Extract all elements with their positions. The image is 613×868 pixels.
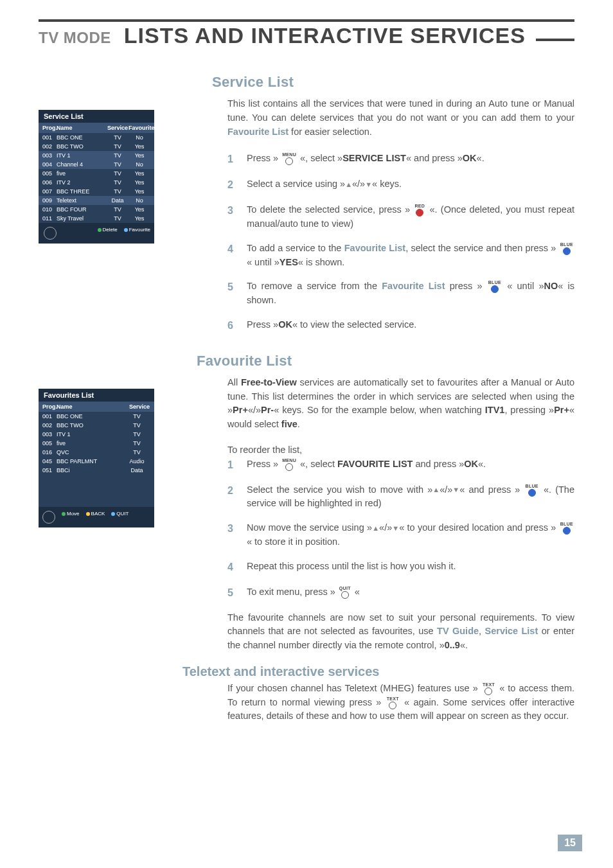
step-number: 2 bbox=[227, 483, 236, 511]
step-text: Now move the service using »▲«/»▼« to yo… bbox=[247, 521, 574, 549]
osd-favourites-figure: Favourites List Prog. Name Service 001BB… bbox=[39, 389, 154, 527]
step-number: 6 bbox=[227, 318, 236, 333]
osd-row: 003ITV 1TV bbox=[39, 430, 154, 439]
service-list-steps: 1Press » MENU «, select »SERVICE LIST« a… bbox=[182, 152, 574, 333]
down-arrow-icon: ▼ bbox=[392, 523, 399, 534]
step-number: 4 bbox=[227, 242, 236, 270]
remote-quit-button-icon: QUIT bbox=[339, 586, 351, 599]
step-item: 2Select a service using »▲«/»▼« keys. bbox=[227, 177, 574, 193]
step-number: 1 bbox=[227, 457, 236, 473]
favourite-list-intro: All Free-to-View services are automatica… bbox=[182, 376, 574, 432]
step-item: 3To delete the selected service, press »… bbox=[227, 203, 574, 231]
service-list-intro: This list contains all the services that… bbox=[182, 97, 574, 139]
page-title: LISTS AND INTERACTIVE SERVICES bbox=[124, 23, 574, 48]
favourite-list-steps: 1Press » MENU «, select FAVOURITE LIST a… bbox=[182, 457, 574, 601]
step-item: 5To remove a service from the Favourite … bbox=[227, 279, 574, 308]
page-number: 15 bbox=[558, 835, 582, 851]
nav-icon bbox=[44, 227, 57, 240]
step-number: 5 bbox=[227, 585, 236, 601]
step-text: To remove a service from the Favourite L… bbox=[247, 279, 574, 308]
step-item: 6Press »OK« to view the selected service… bbox=[227, 318, 574, 333]
step-item: 4Repeat this process until the list is h… bbox=[227, 560, 574, 575]
remote-blue-button-icon: BLUE bbox=[488, 280, 501, 293]
osd-row: 011Sky TravelTVYes bbox=[39, 214, 154, 223]
step-text: Press » MENU «, select »SERVICE LIST« an… bbox=[247, 152, 574, 167]
nav-icon bbox=[42, 511, 55, 524]
remote-red-button-icon: RED bbox=[414, 204, 425, 217]
osd-header-row: Prog. Name Service bbox=[39, 402, 154, 412]
step-text: To exit menu, press » QUIT « bbox=[247, 585, 574, 601]
section-title-teletext: Teletext and interactive services bbox=[182, 664, 574, 679]
section-title-favourite-list: Favourite List bbox=[197, 353, 574, 369]
step-text: Select a service using »▲«/»▼« keys. bbox=[247, 177, 574, 193]
osd-row: 001BBC ONETV bbox=[39, 412, 154, 421]
step-item: 5To exit menu, press » QUIT « bbox=[227, 585, 574, 601]
step-text: Press » MENU «, select FAVOURITE LIST an… bbox=[247, 457, 574, 473]
osd-row: 006ITV 2TVYes bbox=[39, 178, 154, 187]
page-header: TV MODE LISTS AND INTERACTIVE SERVICES bbox=[39, 19, 574, 48]
remote-blue-button-icon: BLUE bbox=[526, 484, 538, 497]
step-item: 4To add a service to the Favourite List,… bbox=[227, 242, 574, 270]
teletext-body: If your chosen channel has Teletext (MHE… bbox=[182, 682, 574, 723]
step-number: 2 bbox=[227, 177, 236, 193]
osd-row: 016QVCTV bbox=[39, 448, 154, 457]
step-number: 3 bbox=[227, 521, 236, 549]
down-arrow-icon: ▼ bbox=[365, 179, 372, 190]
section-title-service-list: Service List bbox=[212, 74, 574, 91]
remote-menu-button-icon: MENU bbox=[282, 152, 296, 165]
up-arrow-icon: ▲ bbox=[372, 523, 379, 534]
osd-row: 002BBC TWOTVYes bbox=[39, 142, 154, 151]
remote-text-button-icon: TEXT bbox=[483, 682, 495, 695]
step-number: 3 bbox=[227, 203, 236, 231]
step-item: 3Now move the service using »▲«/»▼« to y… bbox=[227, 521, 574, 549]
osd-row: 009TeletextDataNo bbox=[39, 196, 154, 205]
remote-text-button-icon: TEXT bbox=[387, 696, 399, 709]
favourite-list-outro: The favourite channels are now set to su… bbox=[182, 611, 574, 653]
step-number: 1 bbox=[227, 152, 236, 167]
osd-row: 002BBC TWOTV bbox=[39, 421, 154, 430]
osd-service-list-figure: Service List Prog. Name Service Favourit… bbox=[39, 110, 154, 244]
osd-row: 005fiveTV bbox=[39, 439, 154, 448]
osd-row: 007BBC THREETVYes bbox=[39, 187, 154, 196]
osd-title: Favourites List bbox=[39, 389, 154, 402]
step-text: Press »OK« to view the selected service. bbox=[247, 318, 574, 333]
reorder-label: To reorder the list, bbox=[182, 443, 574, 457]
osd-row: 051BBCiData bbox=[39, 466, 154, 475]
remote-blue-button-icon: BLUE bbox=[560, 242, 573, 255]
step-text: Repeat this process until the list is ho… bbox=[247, 560, 574, 575]
up-arrow-icon: ▲ bbox=[432, 484, 440, 495]
osd-row: 010BBC FOURTVYes bbox=[39, 205, 154, 214]
osd-row: 005fiveTVYes bbox=[39, 169, 154, 178]
down-arrow-icon: ▼ bbox=[452, 484, 459, 495]
osd-footer: Move BACK QUIT bbox=[39, 507, 154, 527]
mode-label: TV MODE bbox=[39, 29, 111, 47]
osd-row: 045BBC PARLMNTAudio bbox=[39, 457, 154, 466]
osd-header-row: Prog. Name Service Favourite bbox=[39, 123, 154, 133]
step-item: 2Select the service you wish to move wit… bbox=[227, 483, 574, 511]
step-text: To add a service to the Favourite List, … bbox=[247, 242, 574, 270]
osd-row: 003ITV 1TVYes bbox=[39, 151, 154, 160]
step-text: Select the service you wish to move with… bbox=[247, 483, 574, 511]
step-number: 5 bbox=[227, 279, 236, 308]
step-item: 1Press » MENU «, select »SERVICE LIST« a… bbox=[227, 152, 574, 167]
remote-blue-button-icon: BLUE bbox=[560, 522, 573, 535]
remote-menu-button-icon: MENU bbox=[282, 458, 296, 471]
osd-footer: Delete Favourite bbox=[39, 223, 154, 244]
osd-row: 004Channel 4TVNo bbox=[39, 160, 154, 169]
step-number: 4 bbox=[227, 560, 236, 575]
up-arrow-icon: ▲ bbox=[345, 179, 352, 190]
osd-row: 001BBC ONETVNo bbox=[39, 133, 154, 142]
step-item: 1Press » MENU «, select FAVOURITE LIST a… bbox=[227, 457, 574, 473]
osd-title: Service List bbox=[39, 110, 154, 123]
step-text: To delete the selected service, press » … bbox=[247, 203, 574, 231]
